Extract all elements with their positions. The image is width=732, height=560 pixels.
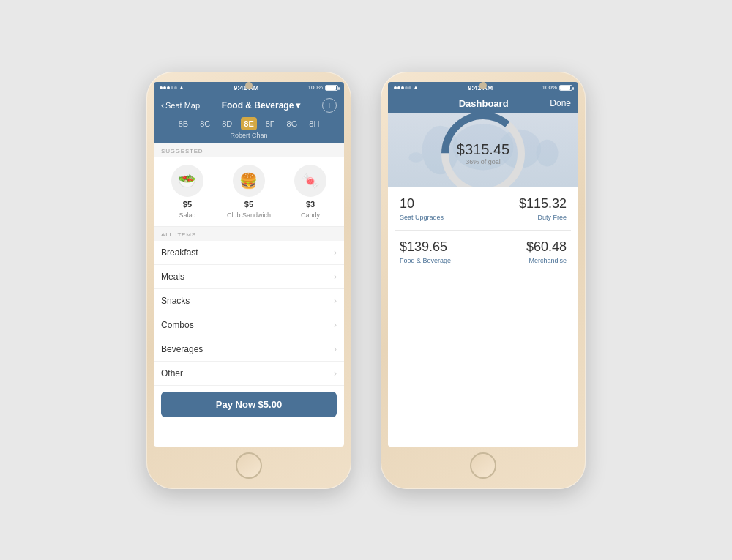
food-beverage-value: $139.65 <box>400 239 451 255</box>
salad-price: $5 <box>183 200 192 209</box>
dashboard-title: Dashboard <box>417 98 550 109</box>
battery-fill-2 <box>560 86 570 90</box>
food-beverage-label: Food & Beverage <box>400 257 451 264</box>
dot2-4 <box>405 86 408 89</box>
seat-8e[interactable]: 8E <box>241 117 256 130</box>
list-item-other[interactable]: Other › <box>154 362 344 386</box>
battery-icon-1 <box>325 85 338 91</box>
map-donut-section: $315.45 36% of goal <box>388 113 578 187</box>
status-right-1: 100% <box>308 84 338 91</box>
status-right-2: 100% <box>542 84 572 91</box>
nav-title-dropdown[interactable]: Food & Beverage ▾ <box>222 100 301 111</box>
seat-row: 8B 8C 8D 8E 8F 8G 8H <box>176 117 323 130</box>
sandwich-price: $5 <box>244 200 253 209</box>
seat-8c[interactable]: 8C <box>197 117 213 130</box>
donut-label: 36% of goal <box>466 158 501 165</box>
pay-now-button[interactable]: Pay Now $5.00 <box>161 392 337 417</box>
battery-fill-1 <box>326 86 336 90</box>
list-item-combos[interactable]: Combos › <box>154 313 344 337</box>
signal-dots-2 <box>394 86 411 89</box>
other-label: Other <box>161 368 183 378</box>
back-button[interactable]: ‹ Seat Map <box>161 100 200 111</box>
list-item-meals[interactable]: Meals › <box>154 265 344 289</box>
stats-row-1: 10 Seat Upgrades $115.32 Duty Free <box>388 187 578 230</box>
list-item-breakfast[interactable]: Breakfast › <box>154 241 344 265</box>
dot-3 <box>167 86 170 89</box>
suggested-item-salad[interactable]: 🥗 $5 Salad <box>171 165 203 219</box>
battery-label-1: 100% <box>308 84 323 91</box>
stats-section: 10 Seat Upgrades $115.32 Duty Free $139.… <box>388 187 578 447</box>
donut-chart: $315.45 36% of goal <box>436 113 531 187</box>
nav-bar-1: ‹ Seat Map Food & Beverage ▾ i <box>154 94 344 117</box>
status-bar-1: ▲ 9:41 AM 100% <box>154 82 344 94</box>
candy-icon: 🍬 <box>294 165 326 197</box>
dot2-1 <box>394 86 397 89</box>
seat-8g[interactable]: 8G <box>284 117 301 130</box>
status-time-1: 9:41 AM <box>234 84 258 92</box>
dot-2 <box>163 86 166 89</box>
seat-8f[interactable]: 8F <box>263 117 278 130</box>
breakfast-chevron-icon: › <box>334 247 337 258</box>
donut-center: $315.45 36% of goal <box>436 113 531 187</box>
suggested-item-sandwich[interactable]: 🍔 $5 Club Sandwich <box>227 165 271 219</box>
home-button-1[interactable] <box>236 452 262 479</box>
home-button-2[interactable] <box>470 452 496 479</box>
suggested-items: 🥗 $5 Salad 🍔 $5 Club Sandwich 🍬 $3 Candy <box>154 157 344 227</box>
done-button[interactable]: Done <box>550 98 571 108</box>
suggested-label: SUGGESTED <box>154 143 344 157</box>
duty-free-value: $115.32 <box>519 196 567 212</box>
suggested-item-candy[interactable]: 🍬 $3 Candy <box>294 165 326 219</box>
combos-label: Combos <box>161 320 194 330</box>
list-item-snacks[interactable]: Snacks › <box>154 289 344 313</box>
phone-2-screen: ▲ 9:41 AM 100% Dashboard Done <box>388 82 578 447</box>
back-chevron-icon: ‹ <box>161 100 164 111</box>
phone-1-screen: ▲ 9:41 AM 100% ‹ Seat Map Food & Beverag… <box>154 82 344 447</box>
phone-1: ▲ 9:41 AM 100% ‹ Seat Map Food & Beverag… <box>146 72 351 489</box>
breakfast-label: Breakfast <box>161 247 198 258</box>
battery-icon-2 <box>559 85 572 91</box>
seat-8d[interactable]: 8D <box>219 117 235 130</box>
dot-5 <box>174 86 177 89</box>
stat-merchandise: $60.48 Merchandise <box>526 239 567 264</box>
dot2-3 <box>401 86 404 89</box>
dot-4 <box>171 86 173 89</box>
dot2-5 <box>408 86 411 89</box>
seat-8h[interactable]: 8H <box>306 117 322 130</box>
all-items-label: ALL ITEMS <box>154 227 344 241</box>
list-item-beverages[interactable]: Beverages › <box>154 337 344 362</box>
dot2-2 <box>397 86 400 89</box>
meals-label: Meals <box>161 272 184 282</box>
sandwich-name: Club Sandwich <box>227 212 271 219</box>
other-chevron-icon: › <box>334 368 337 378</box>
battery-label-2: 100% <box>542 84 557 91</box>
stat-duty-free: $115.32 Duty Free <box>519 196 567 221</box>
merchandise-value: $60.48 <box>526 239 567 255</box>
stat-seat-upgrades: 10 Seat Upgrades <box>400 196 444 221</box>
donut-amount: $315.45 <box>457 141 509 158</box>
status-left: ▲ <box>160 84 184 91</box>
status-left-2: ▲ <box>394 84 419 91</box>
status-time-2: 9:41 AM <box>468 84 493 92</box>
meals-chevron-icon: › <box>334 272 337 282</box>
seat-8b[interactable]: 8B <box>176 117 191 130</box>
dot-1 <box>160 86 163 89</box>
back-label: Seat Map <box>165 101 200 110</box>
wifi-icon-2: ▲ <box>413 84 419 91</box>
combos-chevron-icon: › <box>334 320 337 330</box>
beverages-chevron-icon: › <box>334 344 337 354</box>
signal-dots <box>160 86 177 89</box>
merchandise-label: Merchandise <box>526 257 567 264</box>
dropdown-arrow-icon: ▾ <box>296 100 300 111</box>
snacks-label: Snacks <box>161 296 190 306</box>
dashboard-nav: Dashboard Done <box>388 94 578 113</box>
wifi-icon: ▲ <box>179 84 184 91</box>
salad-name: Salad <box>179 212 195 219</box>
svg-point-3 <box>537 139 559 166</box>
svg-point-4 <box>408 152 423 162</box>
duty-free-label: Duty Free <box>519 214 567 221</box>
stats-row-2: $139.65 Food & Beverage $60.48 Merchandi… <box>388 231 578 273</box>
info-icon: i <box>329 101 330 109</box>
candy-name: Candy <box>301 212 320 219</box>
info-button[interactable]: i <box>322 98 337 113</box>
salad-icon: 🥗 <box>171 165 203 197</box>
